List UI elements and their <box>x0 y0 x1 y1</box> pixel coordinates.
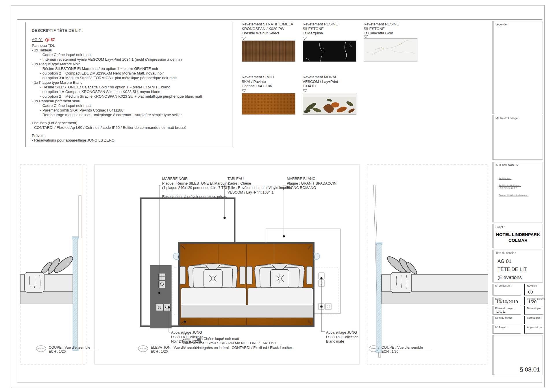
swatch-image-calacatta <box>364 38 417 62</box>
callout-marbre-noir: MARBRE NOIR Plaque : Résine SILESTONE Et… <box>162 177 234 199</box>
field-revision: Révision : 00 <box>524 284 543 296</box>
swatch-image-walnut <box>242 40 295 62</box>
swatch-marker-icon <box>242 89 246 93</box>
swatch-image-vescom-mural <box>303 93 356 115</box>
drawing-sheet: DESCRIPTIF TÊTE DE LIT : AG.01Qt 57 Pann… <box>0 0 555 392</box>
intervenants-label: INTERVENANTS : <box>495 164 519 167</box>
swatch-marker-icon <box>364 35 368 39</box>
swatch-label-skai: Revêtement SIMILI SKAI / Pavinto Cognac … <box>242 75 294 88</box>
descriptif-body: Panneau TDL - 1x Tableau - Cadre Chêne l… <box>32 43 202 117</box>
intervenant-arch-interieur-name: LES DEUX AILES <box>499 187 528 190</box>
swatch-marker-icon <box>242 36 246 40</box>
view-tag: AG.01 <box>138 345 148 352</box>
field-numero-projet: N° Projet : <box>493 325 521 334</box>
pillows-section <box>385 254 418 275</box>
field-phase: Phase du projet : DCE <box>493 306 521 315</box>
descriptif-ref: AG.01 <box>32 38 43 42</box>
titleblock-titre: Titre du dessin : AG 01 TÊTE DE LIT (Elé… <box>493 250 543 283</box>
field-format-echelle: Format : Echelle 1/20 <box>524 297 543 305</box>
swatch-label-vescom: Revêtement MURAL VESCOM / Lay+Print 1034… <box>303 75 355 88</box>
field-corrige-par: Corrigé par : <box>524 316 543 324</box>
titleblock-legende: Légende : <box>493 21 543 114</box>
folded-blanket <box>25 272 44 292</box>
section-number: § 03.01 <box>520 366 540 373</box>
bed-left <box>180 263 246 305</box>
pillows-section <box>40 254 75 275</box>
view-label-coupe-left: AG.01 COUPE : Vue d'ensemble ECH : 1/20 <box>36 345 98 354</box>
descriptif-title: DESCRIPTIF TÊTE DE LIT : <box>32 28 83 33</box>
bed-right <box>247 263 313 305</box>
titre-label: Titre du dessin : <box>495 251 516 254</box>
view-tag: AG.01 <box>369 345 379 352</box>
swatch-label-stratifie: Revêtement STRATIFIE/MELA KRONOSPAN / K0… <box>242 22 299 36</box>
callout-tableau: TABLEAU Cadre : Chêne Toile : Revêtement… <box>227 177 295 195</box>
maitre-ouvrage-label: Maître d'Ouvrage : <box>495 117 519 120</box>
field-dessine-par: Dessiné par : <box>524 306 543 315</box>
descriptif-liseuses: Liseuses (Lot Agencement) - CONTARDI / F… <box>32 121 186 130</box>
intervenant-bureau: Bureau d'études techniques : <box>499 194 528 197</box>
view-label-coupe-right: AG.01 COUPE : Vue d'ensemble ECH : 1/20 <box>369 345 431 354</box>
callout-marbre-blanc: MARBRE BLANC Plaque : GRANIT SPADACCINI … <box>287 177 345 190</box>
field-numero-dessin: N° de dessin : <box>493 284 521 296</box>
intervenant-arch-interieur: Architecte d'intérieur : <box>499 184 528 187</box>
titleblock-intervenants: INTERVENANTS : Architectes : Architecte … <box>493 162 543 222</box>
headboard-section <box>376 242 382 352</box>
folded-blanket <box>391 272 412 293</box>
swatch-label-marquina: Revêtement RESINE SILESTONE Et Marquina <box>303 22 355 36</box>
projet-name: HOTEL LINDENPARK COLMAR <box>493 232 543 243</box>
titleblock-section-box: § 03.01 <box>493 335 543 375</box>
swatch-image-marquina <box>303 40 356 62</box>
swatch-marker-icon <box>303 89 307 93</box>
descriptif-ref-line: AG.01Qt 57 <box>32 38 55 42</box>
left-coupe-drawing <box>20 164 86 364</box>
field-approuve-par: Approuvé par : <box>524 325 543 334</box>
bed-base-strip <box>181 305 313 318</box>
titleblock-projet: Projet : HOTEL LINDENPARK COLMAR <box>493 224 543 248</box>
view-scale: ECH : 1/20 <box>151 350 168 354</box>
titleblock-maitre-ouvrage: Maître d'Ouvrage : <box>493 115 543 160</box>
swatch-marker-icon <box>303 36 307 40</box>
right-coupe-drawing <box>367 164 488 364</box>
descriptif-prevoir: Prévoir : - Réservations pour appareilla… <box>32 133 114 143</box>
field-date: Date : 10/10/2019 <box>493 297 521 305</box>
view-scale: ECH : 1/20 <box>381 350 398 354</box>
view-scale: ECH : 1/20 <box>49 350 66 354</box>
field-nom-fichier: Nom du fichier : <box>493 316 521 324</box>
intervenant-architectes: Architectes : <box>499 177 528 180</box>
projet-label: Projet : <box>495 226 505 229</box>
bed-base-section <box>382 291 488 304</box>
legende-label: Légende : <box>495 23 508 26</box>
callout-jung-blanc: Appareillage JUNG LS ZERO Collection Bla… <box>326 330 375 344</box>
swatch-image-skai-cognac <box>242 93 295 115</box>
view-tag: AG.01 <box>36 345 46 352</box>
view-label-elevation: AG.01 ELEVATION : Vue d'ensemble ECH : 1… <box>138 345 207 354</box>
bed-base-section <box>20 291 73 304</box>
descriptif-qty: Qt 57 <box>45 38 55 42</box>
swatch-label-calacatta: Revêtement RESINE SILESTONE Et Calacatta… <box>364 22 416 36</box>
